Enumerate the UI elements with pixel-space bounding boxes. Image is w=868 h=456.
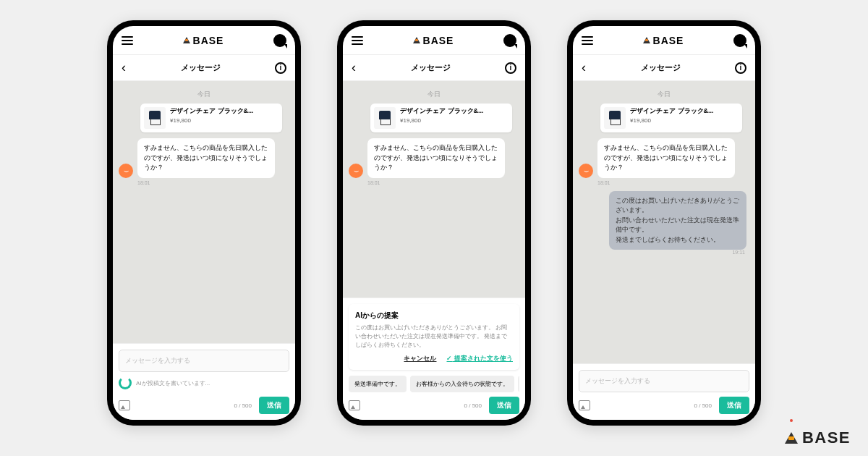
image-icon[interactable] xyxy=(579,400,590,410)
image-icon[interactable] xyxy=(119,400,130,410)
brand-logo: BASE xyxy=(413,35,454,46)
back-icon[interactable]: ‹ xyxy=(352,60,356,75)
avatar: ⌣ xyxy=(579,164,593,178)
menu-icon[interactable] xyxy=(582,36,593,45)
chip[interactable]: 発送準備中です。 xyxy=(349,376,407,392)
image-icon[interactable] xyxy=(349,400,360,410)
product-card[interactable]: デザインチェア ブラック&...¥19,800 xyxy=(140,104,282,132)
menu-icon[interactable] xyxy=(352,36,363,45)
info-icon[interactable]: i xyxy=(275,62,286,74)
product-image xyxy=(144,107,166,129)
message-row: ⌣ すみません、こちらの商品を先日購入したのですが、発送はいつ頃になりそうでしょ… xyxy=(119,138,289,178)
reply-message: この度はお買い上げいただきありがとうございます。 お問い合わせいただいた注文は現… xyxy=(609,191,746,250)
brand-logo: BASE xyxy=(643,35,684,46)
phone-1: BASE ‹ メッセージ i 今日 デザインチェア ブラック&...¥19,80… xyxy=(107,20,301,426)
ai-suggest-title: AIからの提案 xyxy=(355,311,513,321)
send-button[interactable]: 送信 xyxy=(259,397,289,414)
chat-body: 今日 デザインチェア ブラック&...¥19,800 ⌣ すみません、こちらの商… xyxy=(113,81,295,343)
ai-suggestion-panel: AIからの提案 この度はお買い上げいただきありがとうございます。 お問い合わせい… xyxy=(349,304,519,370)
phone-3: BASE ‹ メッセージ i 今日 デザインチェア ブラック&...¥19,80… xyxy=(567,20,761,426)
timestamp: 18:01 xyxy=(137,180,289,185)
avatar: ⌣ xyxy=(349,164,363,178)
chat-icon[interactable] xyxy=(273,34,286,47)
avatar: ⌣ xyxy=(119,164,133,178)
spinner-icon xyxy=(119,376,132,389)
date-label: 今日 xyxy=(119,90,289,99)
logo-icon xyxy=(785,432,798,444)
menu-icon[interactable] xyxy=(122,36,133,45)
brand-logo: BASE xyxy=(183,35,224,46)
topbar: BASE xyxy=(113,26,295,55)
page-title: メッセージ xyxy=(181,62,221,73)
footer-brand-logo: BASE xyxy=(785,428,851,447)
chat-icon[interactable] xyxy=(503,34,516,47)
send-button[interactable]: 送信 xyxy=(489,397,519,414)
product-card[interactable]: デザインチェア ブラック&...¥19,800 xyxy=(370,104,512,132)
back-icon[interactable]: ‹ xyxy=(582,60,586,75)
use-suggestion-button[interactable]: ✓ 提案された文を使う xyxy=(446,354,513,363)
message-input[interactable]: メッセージを入力する xyxy=(579,370,749,392)
phone-2: BASE ‹ メッセージ i 今日 デザインチェア ブラック&...¥19,80… xyxy=(337,20,531,426)
cancel-button[interactable]: キャンセル xyxy=(404,354,436,363)
suggestion-chips: 発送準備中です。 お客様からの入金待ちの状態です。 キ xyxy=(349,376,519,392)
chip[interactable]: お客様からの入金待ちの状態です。 xyxy=(410,376,514,392)
info-icon[interactable]: i xyxy=(505,62,516,74)
chat-icon[interactable] xyxy=(733,34,746,47)
customer-message: すみません、こちらの商品を先日購入したのですが、発送はいつ頃になりそうでしょうか… xyxy=(137,138,275,178)
ai-loading: AIが投稿文を書いています... xyxy=(119,376,289,389)
input-area: メッセージを入力する AIが投稿文を書いています... 0 / 500 送信 xyxy=(113,343,295,420)
chip[interactable]: キ xyxy=(518,376,519,392)
send-button[interactable]: 送信 xyxy=(719,397,749,414)
info-icon[interactable]: i xyxy=(735,62,746,74)
subheader: ‹ メッセージ i xyxy=(113,55,295,81)
char-count: 0 / 500 xyxy=(234,402,252,409)
message-input[interactable]: メッセージを入力する xyxy=(119,350,289,372)
back-icon[interactable]: ‹ xyxy=(122,60,126,75)
ai-suggest-body: この度はお買い上げいただきありがとうございます。 お問い合わせいただいた注文は現… xyxy=(355,324,513,350)
product-card[interactable]: デザインチェア ブラック&...¥19,800 xyxy=(600,104,742,132)
